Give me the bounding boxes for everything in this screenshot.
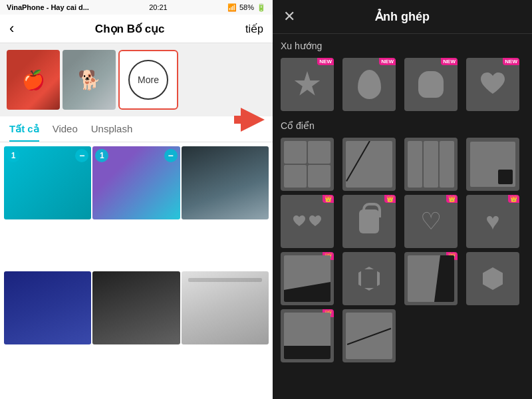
template-star[interactable]: NEW — [281, 58, 334, 111]
template-hearts-pair[interactable]: 👑 — [281, 195, 334, 248]
template-grid2x2[interactable] — [281, 138, 334, 191]
media-cell-2[interactable]: 1 − — [92, 146, 180, 219]
more-circle: More — [128, 60, 168, 100]
hex-outline-icon — [358, 267, 380, 291]
selection-number-1: 1 — [7, 149, 20, 162]
left-header: ‹ Chọn Bố cục tiếp — [0, 15, 273, 43]
template-diag1[interactable]: 👑 — [281, 252, 334, 305]
tab-unsplash[interactable]: Unsplash — [91, 123, 133, 142]
tab-bar: Tất cả Video Unsplash — [0, 116, 273, 142]
new-badge: NEW — [379, 58, 396, 65]
new-badge: NEW — [441, 58, 458, 65]
template-sq-inner[interactable] — [466, 138, 519, 191]
more-label: More — [138, 74, 159, 85]
template-apple[interactable]: NEW — [404, 58, 458, 111]
media-grid: 1 − 1 − — [0, 142, 273, 399]
diag-bottom-icon — [284, 313, 331, 359]
more-box[interactable]: More — [118, 50, 178, 110]
right-content[interactable]: Xu hướng NEW NEW NEW — [273, 34, 532, 399]
template-diagonal[interactable] — [342, 138, 396, 191]
template-grid3col[interactable] — [404, 138, 458, 191]
co-dien-grid: 👑 👑 👑 ♡ 👑 ♥ — [281, 138, 524, 362]
template-heart-outline[interactable]: 👑 ♡ — [404, 195, 458, 248]
right-panel-title: Ảnh ghép — [375, 9, 430, 24]
right-panel: ✕ Ảnh ghép Xu hướng NEW NEW NEW — [273, 0, 532, 399]
template-hex-fill[interactable] — [466, 252, 519, 305]
template-heart-filled[interactable]: 👑 ♥ — [466, 195, 519, 248]
template-diag-bottom[interactable]: 👑 — [281, 309, 334, 362]
selection-number-2: 1 — [95, 149, 108, 162]
arrow-pointer — [233, 106, 273, 133]
remove-button-1[interactable]: − — [75, 149, 88, 162]
template-diag-wave[interactable]: 👑 — [404, 252, 458, 305]
media-cell-1[interactable]: 1 − — [4, 146, 91, 219]
heart-shape-icon — [479, 72, 506, 96]
template-egg[interactable]: NEW — [342, 58, 396, 111]
template-hex-outline[interactable] — [342, 252, 396, 305]
wifi-icon: 📶 — [227, 3, 237, 12]
crown-badge: 👑 — [323, 195, 334, 203]
crown-badge: 👑 — [508, 195, 519, 203]
hearts-pair-icon — [293, 215, 322, 227]
apple-shape-icon — [418, 71, 444, 98]
status-bar: VinaPhone - Hay cai d... 20:21 📶 58%🔋 — [0, 0, 273, 15]
media-cell-6[interactable] — [182, 271, 269, 344]
grid2x2-icon — [284, 141, 331, 188]
crown-badge: 👑 — [446, 195, 458, 203]
crown-badge: 👑 — [384, 195, 396, 203]
thumbnail-dog[interactable] — [63, 50, 116, 110]
egg-shape-icon — [358, 70, 381, 99]
sq-inner-icon — [470, 142, 515, 187]
media-cell-5[interactable] — [92, 271, 180, 344]
co-dien-section: Cổ điển — [281, 120, 524, 362]
xu-huong-section: Xu hướng NEW NEW NEW — [281, 41, 524, 111]
media-cell-3[interactable] — [182, 146, 269, 219]
xu-huong-label: Xu hướng — [281, 41, 524, 51]
new-badge: NEW — [317, 58, 334, 65]
next-button[interactable]: tiếp — [245, 23, 263, 35]
co-dien-label: Cổ điển — [281, 120, 524, 131]
grid3col-icon — [408, 141, 454, 188]
new-badge: NEW — [503, 58, 519, 65]
time: 20:21 — [149, 3, 168, 11]
back-button[interactable]: ‹ — [9, 20, 14, 37]
template-lock[interactable]: 👑 — [342, 195, 396, 248]
star-shape-icon — [294, 71, 321, 98]
close-button[interactable]: ✕ — [283, 8, 295, 25]
tab-video[interactable]: Video — [53, 123, 78, 142]
template-heart[interactable]: NEW — [466, 58, 519, 111]
media-cell-4[interactable] — [4, 271, 91, 344]
xu-huong-grid: NEW NEW NEW NEW — [281, 58, 524, 111]
thumbnail-row: More — [0, 43, 273, 116]
right-header: ✕ Ảnh ghép — [273, 0, 532, 34]
heart-filled-icon: ♥ — [485, 209, 499, 233]
tab-all[interactable]: Tất cả — [9, 123, 39, 142]
diagonal-icon — [346, 141, 392, 188]
remove-button-2[interactable]: − — [164, 149, 178, 162]
diag1-icon — [284, 255, 331, 302]
right-arrow-icon — [241, 108, 265, 132]
left-panel: VinaPhone - Hay cai d... 20:21 📶 58%🔋 ‹ … — [0, 0, 273, 399]
template-line-bottom[interactable] — [342, 309, 396, 362]
battery: 📶 58%🔋 — [227, 3, 266, 12]
page-title: Chọn Bố cục — [95, 22, 165, 36]
hex-fill-icon — [483, 267, 503, 290]
lock-shape-icon — [359, 209, 379, 233]
thumbnail-apples[interactable] — [7, 50, 60, 110]
heart-outline-icon: ♡ — [420, 209, 442, 233]
line-bottom-icon — [346, 313, 392, 359]
diag-wave-icon — [408, 255, 454, 302]
carrier: VinaPhone - Hay cai d... — [7, 3, 89, 11]
